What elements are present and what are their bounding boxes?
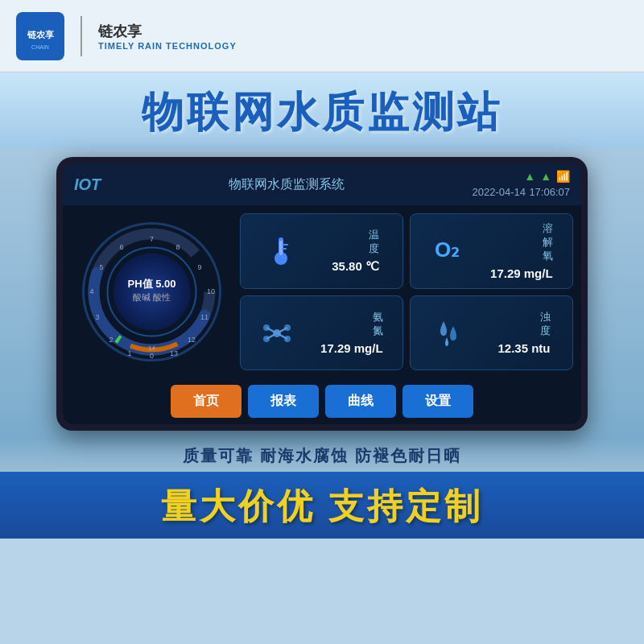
system-title: 物联网水质监测系统: [229, 176, 345, 193]
svg-text:1: 1: [127, 349, 131, 357]
droplets-icon: [432, 316, 466, 350]
svg-text:10: 10: [206, 287, 214, 295]
svg-rect-29: [279, 241, 283, 255]
brand-name-en: TIMELY RAIN TECHNOLOGY: [98, 41, 237, 51]
svg-text:12: 12: [187, 336, 195, 344]
svg-text:11: 11: [200, 313, 208, 321]
sensor-card-ammonia[interactable]: 氨氮 17.29 mg/L: [240, 295, 403, 371]
sensor-card-dissolved-oxygen[interactable]: O₂ 溶解氧 17.29 mg/L: [410, 213, 573, 289]
svg-text:8: 8: [175, 243, 180, 251]
svg-text:3: 3: [95, 313, 99, 321]
svg-text:0: 0: [149, 352, 153, 360]
date-display: 2022-04-14: [472, 186, 526, 198]
turbidity-value: 12.35 ntu: [497, 341, 550, 355]
device-container: IOT 物联网水质监测系统 ▲ ▲ 📶 2022-04-14 17:06:07: [0, 149, 644, 439]
molecule-icon: [260, 316, 294, 350]
curve-button[interactable]: 曲线: [325, 385, 396, 418]
promo-text: 量大价优 支持定制: [0, 483, 644, 530]
datetime-display: 2022-04-14 17:06:07: [472, 184, 570, 199]
tablet-screen: IOT 物联网水质监测系统 ▲ ▲ 📶 2022-04-14 17:06:07: [63, 163, 581, 424]
ph-gauge-container: 7 6 8 5 9 4 10 3 11 2 12 1 13: [71, 213, 232, 370]
ammonia-info: 氨氮 17.29 mg/L: [320, 311, 383, 355]
svg-text:13: 13: [169, 349, 177, 357]
ph-gauge: 7 6 8 5 9 4 10 3 11 2 12 1 13: [77, 217, 226, 366]
turbidity-icon-area: [432, 316, 466, 350]
promo-banner: 量大价优 支持定制: [0, 472, 644, 539]
temperature-icon-area: [264, 234, 298, 268]
o2-icon: O₂: [430, 234, 464, 268]
screen-header: IOT 物联网水质监测系统 ▲ ▲ 📶 2022-04-14 17:06:07: [63, 163, 581, 205]
svg-text:2: 2: [109, 336, 113, 344]
svg-text:酸碱 酸性: 酸碱 酸性: [132, 292, 170, 302]
report-button[interactable]: 报表: [248, 385, 319, 418]
signal-icon: ▲: [524, 170, 535, 183]
gauge-svg: 7 6 8 5 9 4 10 3 11 2 12 1 13: [77, 217, 226, 366]
o2-info: 溶解氧 17.29 mg/L: [490, 222, 553, 280]
turbidity-label: 浊度: [540, 311, 551, 338]
svg-text:14: 14: [148, 345, 155, 352]
iot-label: IOT: [74, 175, 101, 194]
time-display: 17:06:07: [529, 186, 570, 198]
ammonia-icon-area: [260, 316, 294, 350]
o2-label: 溶解氧: [543, 222, 553, 263]
ammonia-label: 氨氮: [373, 311, 383, 338]
main-title: 物联网水质监测站: [0, 85, 644, 141]
thermometer-icon: [264, 234, 298, 268]
brand-name-cn: 链农享: [98, 22, 237, 41]
sensor-card-temperature[interactable]: 温度 35.80 ℃: [240, 213, 403, 289]
temperature-info: 温度 35.80 ℃: [332, 229, 379, 274]
svg-text:5: 5: [99, 263, 103, 271]
logo-area: 链农享 CHAIN 链农享 TIMELY RAIN TECHNOLOGY: [16, 12, 237, 60]
svg-text:O₂: O₂: [435, 237, 459, 262]
header-divider: [80, 16, 82, 56]
nav-buttons: 首页 报表 曲线 设置: [63, 378, 581, 424]
signal-icon-2: ▲: [540, 170, 551, 183]
svg-text:PH值 5.00: PH值 5.00: [127, 278, 175, 290]
o2-icon-area: O₂: [430, 234, 464, 268]
main-title-banner: 物联网水质监测站: [0, 72, 644, 149]
brand-text: 链农享 TIMELY RAIN TECHNOLOGY: [98, 22, 237, 51]
logo-icon: 链农享 CHAIN: [16, 12, 64, 60]
turbidity-info: 浊度 12.35 ntu: [497, 311, 550, 355]
screen-body: 7 6 8 5 9 4 10 3 11 2 12 1 13: [63, 205, 581, 378]
o2-value: 17.29 mg/L: [490, 266, 553, 280]
temperature-label: 温度: [369, 229, 379, 256]
sensor-grid: 温度 35.80 ℃ O₂ 溶解氧 17.29 mg: [240, 213, 573, 370]
svg-text:4: 4: [89, 287, 93, 295]
svg-text:7: 7: [149, 235, 153, 243]
features-text: 质量可靠 耐海水腐蚀 防褪色耐日晒: [0, 445, 644, 467]
svg-text:9: 9: [197, 263, 201, 271]
svg-rect-31: [282, 248, 287, 250]
status-icons: ▲ ▲ 📶: [524, 170, 570, 183]
svg-text:链农享: 链农享: [27, 30, 55, 39]
sensor-card-turbidity[interactable]: 浊度 12.35 ntu: [410, 295, 573, 371]
svg-text:6: 6: [119, 243, 123, 251]
top-header: 链农享 CHAIN 链农享 TIMELY RAIN TECHNOLOGY: [0, 0, 644, 72]
home-button[interactable]: 首页: [171, 385, 242, 418]
features-banner: 质量可靠 耐海水腐蚀 防褪色耐日晒: [0, 439, 644, 472]
settings-button[interactable]: 设置: [402, 385, 473, 418]
svg-rect-30: [282, 244, 288, 246]
temperature-value: 35.80 ℃: [332, 259, 379, 274]
svg-text:CHAIN: CHAIN: [31, 44, 49, 50]
wifi-icon: 📶: [556, 170, 570, 183]
header-right: ▲ ▲ 📶 2022-04-14 17:06:07: [472, 170, 570, 199]
tablet-device: IOT 物联网水质监测系统 ▲ ▲ 📶 2022-04-14 17:06:07: [56, 157, 588, 431]
ammonia-value: 17.29 mg/L: [320, 341, 383, 355]
